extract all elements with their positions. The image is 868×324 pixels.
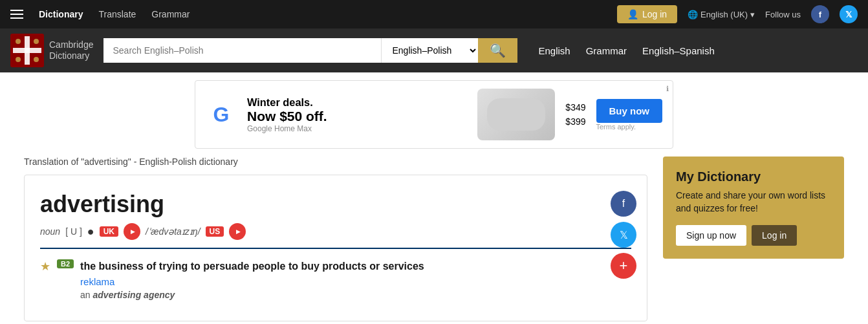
nest-device-image (487, 98, 545, 131)
ad-headline1: Winter deals. (247, 96, 327, 109)
svg-point-9 (16, 57, 21, 62)
top-nav: Dictionary Translate Grammar 👤 Log in 🌐 … (0, 0, 868, 28)
my-dictionary-title: My Dictionary (676, 169, 831, 184)
word-meta: noun [ U ] ● UK /ˈædvətaɪzɪŋ/ US (40, 223, 631, 240)
word-title: advertising (40, 191, 631, 218)
svg-rect-2 (13, 48, 41, 53)
my-dictionary-card: My Dictionary Create and share your own … (663, 157, 844, 259)
star-icon: ★ (40, 259, 50, 274)
ad-banner: ℹ G Winter deals. Now $50 off. Google Ho… (195, 80, 673, 149)
word-divider (40, 248, 631, 249)
sidebar-right: My Dictionary Create and share your own … (663, 157, 844, 321)
definition-text: the business of trying to persuade peopl… (80, 259, 424, 274)
header-nav-english[interactable]: English (538, 45, 570, 56)
twitter-icon[interactable]: 𝕏 (840, 5, 858, 23)
header-nav: English Grammar English–Spanish (538, 45, 714, 56)
signup-button[interactable]: Sign up now (676, 225, 746, 246)
header-nav-grammar[interactable]: Grammar (586, 45, 627, 56)
buy-now-button[interactable]: Buy now (596, 99, 663, 123)
ad-terms: Terms apply. (596, 123, 663, 131)
cambridge-crest (10, 34, 44, 67)
search-area: English–Polish English English–Spanish 🔍 (103, 38, 517, 63)
word-example: an advertising agency (80, 290, 424, 300)
word-translation[interactable]: reklama (80, 276, 424, 287)
ad-buy-section: Buy now Terms apply. (596, 99, 663, 131)
region-uk-badge: UK (100, 226, 118, 237)
top-nav-right: 👤 Log in 🌐 English (UK) ▾ Follow us f 𝕏 (617, 5, 858, 23)
nav-link-translate[interactable]: Translate (98, 9, 136, 19)
separator-dot: ● (87, 225, 94, 239)
definition-row: ★ B2 the business of trying to persuade … (40, 259, 631, 300)
my-dict-login-button[interactable]: Log in (752, 225, 797, 246)
add-to-list-button[interactable]: + (611, 253, 636, 279)
ad-product-image (477, 89, 555, 140)
side-actions: f 𝕏 + (611, 191, 636, 279)
ad-text: Winter deals. Now $50 off. Google Home M… (247, 96, 327, 133)
ad-subtext: Google Home Max (247, 124, 327, 133)
example-phrase: advertising agency (93, 290, 175, 300)
definition-content: the business of trying to persuade peopl… (80, 259, 424, 300)
example-prefix: an (80, 290, 91, 300)
nav-link-dictionary[interactable]: Dictionary (39, 9, 83, 19)
svg-point-8 (34, 39, 39, 44)
hamburger-menu[interactable] (10, 10, 23, 19)
nav-link-grammar[interactable]: Grammar (151, 9, 190, 19)
uk-phonetic: /ˈædvətaɪzɪŋ/ (146, 226, 200, 237)
ad-headline2: Now $50 off. (247, 109, 327, 124)
globe-icon: 🌐 (688, 10, 698, 19)
chevron-down-icon: ▾ (750, 10, 755, 19)
search-input[interactable] (103, 38, 381, 63)
ad-price-current: $349 (565, 102, 585, 113)
language-selector[interactable]: 🌐 English (UK) ▾ (688, 10, 755, 19)
my-dictionary-actions: Sign up now Log in (676, 225, 831, 246)
region-us-badge: US (206, 226, 224, 237)
word-card: f 𝕏 + advertising noun [ U ] ● UK /ˈædvə… (24, 175, 647, 321)
ad-price-column: $349 $399 (565, 102, 585, 127)
site-header: Cambridge Dictionary English–Polish Engl… (0, 28, 868, 72)
facebook-share-button[interactable]: f (611, 191, 636, 217)
word-bracket: [ U ] (65, 226, 82, 237)
google-logo: G (206, 99, 237, 130)
language-dropdown[interactable]: English–Polish English English–Spanish (381, 38, 478, 63)
uk-audio-button[interactable] (124, 223, 140, 240)
logo[interactable]: Cambridge Dictionary (10, 34, 93, 67)
facebook-icon[interactable]: f (811, 5, 829, 23)
login-button[interactable]: 👤 Log in (617, 5, 677, 23)
main-content: Translation of "advertising" - English-P… (14, 157, 854, 321)
ad-info-icon[interactable]: ℹ (666, 85, 669, 93)
search-button[interactable]: 🔍 (478, 38, 517, 63)
us-audio-button[interactable] (229, 223, 246, 240)
top-nav-links: Dictionary Translate Grammar (39, 9, 190, 19)
follow-us-label: Follow us (765, 10, 801, 19)
logo-text: Cambridge Dictionary (49, 39, 93, 61)
user-icon: 👤 (627, 9, 638, 19)
header-nav-english-spanish[interactable]: English–Spanish (642, 45, 715, 56)
level-badge: B2 (57, 259, 74, 268)
svg-point-10 (34, 57, 39, 62)
svg-point-7 (16, 39, 21, 44)
ad-price-original: $399 (565, 116, 585, 127)
breadcrumb: Translation of "advertising" - English-P… (24, 157, 647, 167)
word-type: noun (40, 226, 60, 237)
twitter-share-button[interactable]: 𝕏 (611, 222, 636, 248)
content-left: Translation of "advertising" - English-P… (24, 157, 647, 321)
my-dictionary-description: Create and share your own word lists and… (676, 189, 831, 215)
